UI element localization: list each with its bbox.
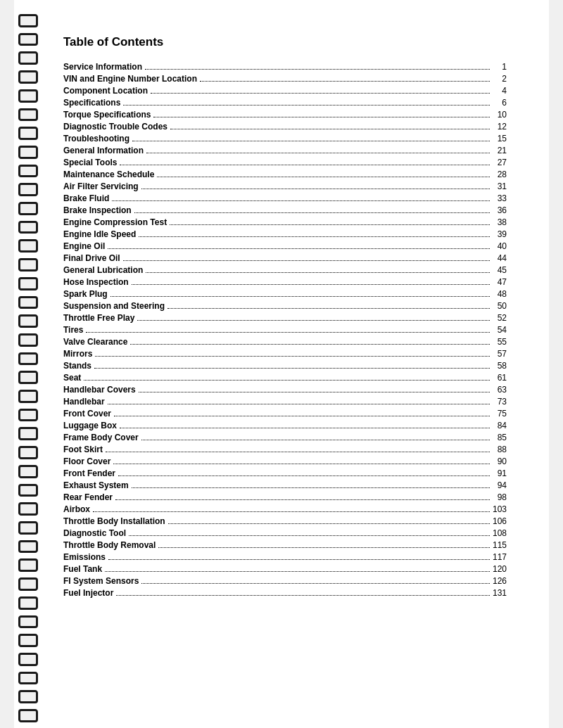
toc-row: Brake Fluid33 bbox=[63, 193, 507, 203]
toc-dots bbox=[157, 177, 490, 177]
spiral-ring bbox=[18, 89, 38, 103]
toc-dots bbox=[86, 332, 490, 333]
spiral-ring bbox=[18, 446, 38, 459]
toc-row: General Lubrication45 bbox=[63, 265, 507, 275]
toc-dots bbox=[141, 189, 490, 189]
toc-row: Component Location4 bbox=[63, 86, 507, 96]
toc-row: Brake Inspection36 bbox=[63, 205, 507, 215]
toc-entry-title: Hose Inspection bbox=[63, 277, 129, 287]
toc-entry-page: 73 bbox=[493, 397, 507, 407]
toc-entry-page: 55 bbox=[493, 337, 507, 347]
toc-entry-page: 44 bbox=[493, 253, 507, 263]
toc-row: Throttle Free Play52 bbox=[63, 313, 507, 323]
spiral-ring bbox=[18, 690, 38, 703]
spiral-ring bbox=[18, 202, 38, 215]
toc-row: Special Tools27 bbox=[63, 158, 507, 167]
toc-dots bbox=[170, 129, 490, 129]
toc-dots bbox=[170, 224, 490, 225]
spiral-ring bbox=[18, 502, 38, 516]
toc-dots bbox=[120, 165, 490, 165]
toc-entry-title: Specifications bbox=[63, 98, 120, 108]
spiral-ring bbox=[18, 521, 38, 535]
spiral-ring bbox=[18, 634, 38, 647]
toc-entry-title: Front Fender bbox=[63, 468, 115, 478]
page: Table of Contents Service Information1VI… bbox=[14, 0, 549, 728]
toc-entry-page: 31 bbox=[493, 181, 507, 191]
toc-dots bbox=[132, 141, 490, 141]
toc-row: Floor Cover90 bbox=[63, 456, 507, 466]
toc-entry-page: 36 bbox=[493, 205, 507, 215]
toc-entry-title: Foot Skirt bbox=[63, 445, 103, 454]
toc-entry-title: Throttle Body Removal bbox=[63, 540, 156, 550]
toc-dots bbox=[130, 344, 490, 345]
toc-row: Maintenance Schedule28 bbox=[63, 170, 507, 179]
toc-entry-title: Engine Oil bbox=[63, 241, 105, 251]
toc-entry-title: VIN and Engine Number Location bbox=[63, 74, 197, 84]
toc-row: Engine Oil40 bbox=[63, 241, 507, 251]
spiral-ring bbox=[18, 51, 38, 65]
toc-dots bbox=[153, 117, 490, 117]
toc-entry-page: 15 bbox=[493, 134, 507, 143]
toc-entry-page: 28 bbox=[493, 170, 507, 179]
toc-entry-title: Floor Cover bbox=[63, 456, 110, 466]
toc-row: Valve Clearance55 bbox=[63, 337, 507, 347]
spiral-binding bbox=[14, 0, 42, 728]
toc-dots bbox=[139, 236, 490, 237]
spiral-ring bbox=[18, 14, 38, 27]
spiral-ring bbox=[18, 371, 38, 384]
toc-dots bbox=[139, 392, 490, 392]
toc-entry-title: Throttle Free Play bbox=[63, 313, 134, 323]
spiral-ring bbox=[18, 108, 38, 122]
toc-dots bbox=[123, 260, 490, 261]
toc-dots bbox=[134, 212, 490, 213]
toc-entry-page: 2 bbox=[493, 74, 507, 84]
toc-row: Engine Compression Test38 bbox=[63, 217, 507, 227]
toc-row: Rear Fender98 bbox=[63, 492, 507, 502]
toc-row: Diagnostic Trouble Codes12 bbox=[63, 122, 507, 132]
toc-entry-page: 21 bbox=[493, 146, 507, 155]
toc-dots bbox=[84, 380, 490, 381]
toc-entry-title: Diagnostic Tool bbox=[63, 528, 126, 538]
toc-entry-title: Throttle Body Installation bbox=[63, 516, 165, 526]
toc-dots bbox=[116, 595, 490, 596]
toc-row: Specifications6 bbox=[63, 98, 507, 108]
toc-entry-title: Fuel Injector bbox=[63, 588, 113, 598]
spiral-ring bbox=[18, 672, 38, 685]
toc-entry-title: Suspension and Steering bbox=[63, 301, 165, 311]
toc-row: Stands58 bbox=[63, 361, 507, 371]
toc-entry-title: Handlebar Covers bbox=[63, 385, 136, 395]
toc-row: VIN and Engine Number Location2 bbox=[63, 74, 507, 84]
toc-entry-page: 39 bbox=[493, 229, 507, 239]
toc-row: Front Cover75 bbox=[63, 409, 507, 419]
toc-entry-title: Engine Idle Speed bbox=[63, 229, 136, 239]
toc-dots bbox=[146, 153, 490, 153]
toc-entry-title: Emissions bbox=[63, 552, 106, 562]
toc-entry-page: 120 bbox=[493, 564, 507, 574]
toc-dots bbox=[137, 320, 490, 321]
toc-entry-title: Brake Fluid bbox=[63, 193, 109, 203]
toc-entry-page: 50 bbox=[493, 301, 507, 311]
toc-row: FI System Sensors126 bbox=[63, 576, 507, 586]
toc-entry-title: Rear Fender bbox=[63, 492, 113, 502]
spiral-ring bbox=[18, 615, 38, 629]
toc-row: Engine Idle Speed39 bbox=[63, 229, 507, 239]
toc-entry-page: 103 bbox=[493, 504, 507, 514]
toc-dots bbox=[146, 272, 490, 273]
toc-entry-page: 85 bbox=[493, 433, 507, 442]
toc-entry-page: 27 bbox=[493, 158, 507, 167]
toc-row: Diagnostic Tool108 bbox=[63, 528, 507, 538]
toc-entry-page: 38 bbox=[493, 217, 507, 227]
toc-entry-title: Airbox bbox=[63, 504, 90, 514]
toc-row: Mirrors57 bbox=[63, 349, 507, 359]
toc-row: Exhaust System94 bbox=[63, 480, 507, 490]
spiral-ring bbox=[18, 333, 38, 347]
toc-dots bbox=[158, 547, 490, 548]
spiral-ring bbox=[18, 296, 38, 309]
toc-row: Airbox103 bbox=[63, 504, 507, 514]
toc-entry-page: 40 bbox=[493, 241, 507, 251]
toc-row: Hose Inspection47 bbox=[63, 277, 507, 287]
toc-dots bbox=[141, 440, 490, 440]
toc-entry-title: Special Tools bbox=[63, 158, 117, 167]
toc-entry-title: Service Information bbox=[63, 62, 142, 72]
toc-entry-page: 90 bbox=[493, 456, 507, 466]
